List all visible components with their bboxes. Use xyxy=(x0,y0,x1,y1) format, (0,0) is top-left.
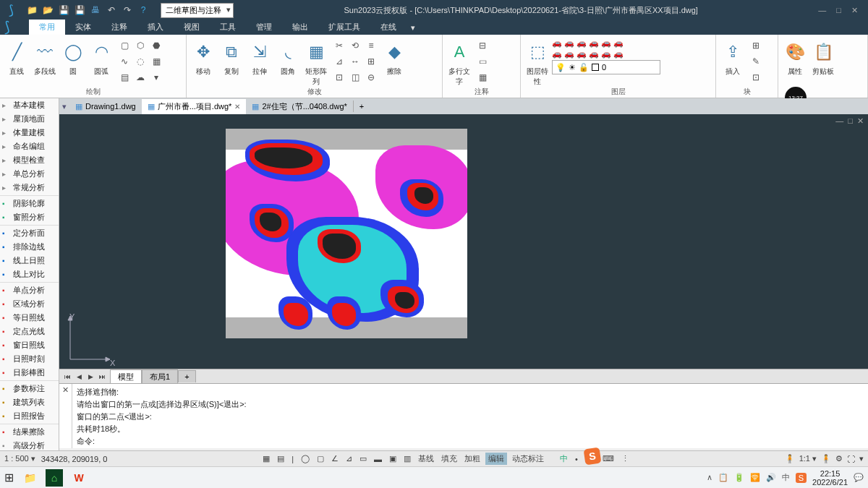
sidebar-item[interactable]: ▸常规分析 xyxy=(0,181,59,194)
tab-entity[interactable]: 实体 xyxy=(65,20,101,35)
ime-indicator[interactable]: S xyxy=(584,448,602,466)
save-icon[interactable]: 💾 xyxy=(58,4,69,16)
tab-ext[interactable]: 扩展工具 xyxy=(318,20,370,35)
wps-icon[interactable]: W xyxy=(70,469,88,487)
mtext-button[interactable]: A多行文字 xyxy=(446,36,473,87)
tab-annotate[interactable]: 注释 xyxy=(101,20,137,35)
sidebar-item[interactable]: ▪线上对比 xyxy=(0,267,59,281)
doc-tab[interactable]: ▦广州市番...项目.dwg*✕ xyxy=(142,99,247,114)
person-icon[interactable]: 🧍 xyxy=(821,454,831,463)
sidebar-item[interactable]: ▸体量建模 xyxy=(0,126,59,140)
sidebar-item[interactable]: ▪区域分析 xyxy=(0,297,59,311)
toggle-icon[interactable]: ▣ xyxy=(387,453,399,464)
polyline-button[interactable]: 〰多段线 xyxy=(31,36,59,77)
array-button[interactable]: ▦矩形阵列 xyxy=(302,36,330,87)
tab-tools[interactable]: 工具 xyxy=(210,20,246,35)
layer-combo[interactable]: 💡 ☀ 🔓 0 xyxy=(552,60,660,74)
sidebar-item[interactable]: ▪参数标注 xyxy=(0,382,59,395)
layer-state-icons2[interactable]: 🚗🚗🚗🚗🚗🚗 xyxy=(552,49,660,59)
start-button[interactable]: ⊞ xyxy=(4,471,14,484)
close-icon[interactable]: ✕ xyxy=(851,6,858,15)
help-icon[interactable]: ? xyxy=(137,4,149,16)
maximize-icon[interactable]: □ xyxy=(836,6,841,15)
toggle-icon[interactable]: ◯ xyxy=(299,453,312,464)
toggle-icon[interactable]: ▭ xyxy=(357,453,369,464)
sidebar-item[interactable]: ▸单总分析 xyxy=(0,167,59,181)
sidebar-item[interactable]: ▪日照时刻 xyxy=(0,352,59,366)
sidebar-item[interactable]: ▪日照报告 xyxy=(0,409,59,423)
stretch-button[interactable]: ⇲拉伸 xyxy=(246,36,273,77)
open-icon[interactable]: 📂 xyxy=(42,4,54,16)
tab-common[interactable]: 常用 xyxy=(29,20,65,35)
tabmenu-icon[interactable]: ▾ xyxy=(59,102,69,111)
insert-block-button[interactable]: ⇪插入 xyxy=(719,36,746,77)
drawing-canvas[interactable]: —□✕ YX xyxy=(59,114,868,369)
modify-small-tools[interactable]: ✂⟲≡ ⊿↔⊞ ⊡◫⊖ xyxy=(331,36,380,87)
sidebar-item[interactable]: ▪高级分析 xyxy=(0,439,59,450)
maximize-icon[interactable]: ⛶ xyxy=(847,455,855,463)
saveas-icon[interactable]: 💾 xyxy=(74,4,85,16)
app-menu-icon[interactable]: ⟆ xyxy=(4,18,10,35)
viewport-controls[interactable]: —□✕ xyxy=(835,116,864,126)
circle-button[interactable]: ◯圆 xyxy=(59,36,87,77)
tab-online[interactable]: 在线 xyxy=(370,20,407,35)
sidebar-item[interactable]: ▪结果擦除 xyxy=(0,425,59,439)
sidebar-item[interactable]: ▸模型检查 xyxy=(0,153,59,167)
move-button[interactable]: ✥移动 xyxy=(190,36,217,77)
toggle-icon[interactable]: ▥ xyxy=(401,453,413,464)
block-small[interactable]: ⊞✎⊡ xyxy=(747,36,765,87)
gear-icon[interactable]: ⚙ xyxy=(835,454,843,463)
notifications-icon[interactable]: 💬 xyxy=(854,473,864,482)
tab-output[interactable]: 输出 xyxy=(282,20,318,35)
toggle-icon[interactable]: ⊿ xyxy=(344,453,354,464)
sidebar-item[interactable]: ▪窗照分析 xyxy=(0,210,59,224)
sidebar-item[interactable]: ▸命名编组 xyxy=(0,140,59,153)
add-tab-button[interactable]: + xyxy=(353,100,370,112)
layout-tab-model[interactable]: 模型 xyxy=(110,369,142,384)
sidebar-item[interactable]: ▪定分析面 xyxy=(0,226,59,240)
tab-view[interactable]: 视图 xyxy=(174,20,210,35)
sidebar-item[interactable]: ▪日影棒图 xyxy=(0,366,59,380)
toggle-icon[interactable]: ▦ xyxy=(260,453,272,464)
close-tab-icon[interactable]: ✕ xyxy=(234,103,240,111)
system-tray[interactable]: ∧📋🔋🛜🔊中 S 22:152022/6/21 💬 xyxy=(707,469,864,487)
layout-tab-1[interactable]: 布局1 xyxy=(142,369,178,384)
doc-tab[interactable]: ▦2#住宅（节...0408.dwg* xyxy=(246,99,352,114)
plot-icon[interactable]: 🖶 xyxy=(90,4,101,16)
layout-add[interactable]: + xyxy=(178,370,195,382)
tab-more[interactable]: ▾ xyxy=(407,21,420,35)
sidebar-item[interactable]: ▪单点分析 xyxy=(0,283,59,297)
layer-state-icons[interactable]: 🚗🚗🚗🚗🚗🚗 xyxy=(552,38,660,48)
scale-combo[interactable]: 1 : 500 ▾ xyxy=(4,454,35,463)
sidebar-item[interactable]: ▪定点光线 xyxy=(0,325,59,338)
minimize-icon[interactable]: — xyxy=(818,6,826,15)
sidebar-item[interactable]: ▸屋顶地面 xyxy=(0,112,59,126)
arc-button[interactable]: ◠圆弧 xyxy=(88,36,115,77)
annot-small[interactable]: ⊟▭▦ xyxy=(474,36,491,87)
sidebar-item[interactable]: ▪建筑列表 xyxy=(0,395,59,409)
person-icon[interactable]: 🧍 xyxy=(785,454,795,463)
toggle-icon[interactable]: ▢ xyxy=(315,453,326,464)
explorer-icon[interactable]: 📁 xyxy=(21,469,38,487)
sidebar-item[interactable]: ▪等日照线 xyxy=(0,311,59,325)
draw-small-tools[interactable]: ▢⬡⬣ ∿◌▦ ▤☁▾ xyxy=(116,36,165,87)
app-icon[interactable]: ⌂ xyxy=(46,469,63,487)
doc-tab[interactable]: ▦Drawing1.dwg xyxy=(69,100,142,114)
attr-button[interactable]: 🎨属性 xyxy=(781,36,809,77)
new-icon[interactable]: 📁 xyxy=(26,4,38,16)
taskbar-clock[interactable]: 22:152022/6/21 xyxy=(812,469,848,487)
toggle-icon[interactable]: ▬ xyxy=(372,454,384,464)
sidebar-item[interactable]: ▪窗日照线 xyxy=(0,338,59,352)
redo-icon[interactable]: ↷ xyxy=(122,4,133,16)
layer-props-button[interactable]: ⬚图层特性 xyxy=(524,36,551,87)
sidebar-item[interactable]: ▪排除边线 xyxy=(0,240,59,254)
tab-insert[interactable]: 插入 xyxy=(137,20,174,35)
sidebar-item[interactable]: ▸基本建模 xyxy=(0,98,59,112)
erase-button[interactable]: ◆擦除 xyxy=(380,36,408,77)
copy-button[interactable]: ⧉复制 xyxy=(218,36,245,77)
tab-manage[interactable]: 管理 xyxy=(246,20,282,35)
sidebar-item[interactable]: ▪线上日照 xyxy=(0,254,59,267)
line-button[interactable]: ╱直线 xyxy=(3,36,30,77)
workspace-combo[interactable]: 二维草图与注释 xyxy=(161,3,234,18)
menu-icon[interactable]: ▾ xyxy=(859,454,864,463)
